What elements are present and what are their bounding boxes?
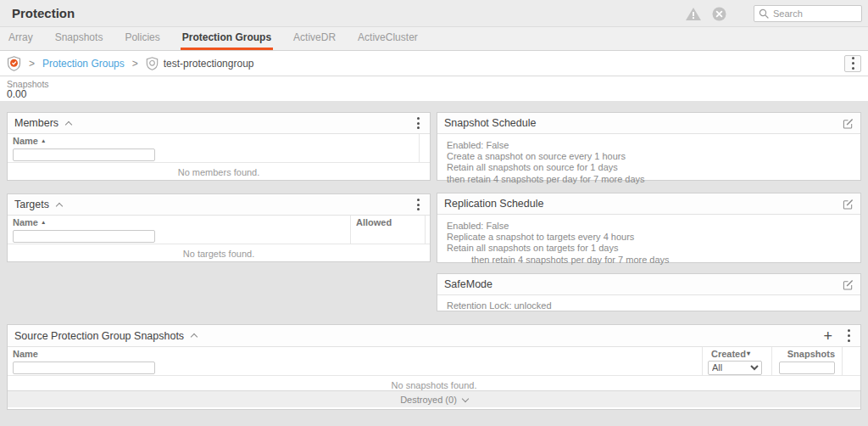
collapse-chevron-up-icon[interactable] (65, 121, 72, 127)
protection-shield-check-icon (7, 56, 21, 71)
replication-schedule-title: Replication Schedule (444, 198, 543, 210)
protection-group-icon (146, 57, 159, 70)
targets-name-column-header[interactable]: Name ▲ (8, 216, 351, 228)
top-bar-actions (685, 0, 862, 27)
destroyed-toggle[interactable]: Destroyed (0) (8, 390, 860, 407)
tab-array[interactable]: Array (7, 27, 35, 50)
replication-schedule-header: Replication Schedule (437, 193, 860, 215)
breadcrumb-separator: > (29, 58, 35, 70)
members-panel-header: Members (8, 113, 430, 134)
search-box (754, 5, 862, 22)
targets-filter-cell (8, 228, 351, 244)
schedule-line: Retain all snapshots on targets for 1 da… (447, 243, 852, 254)
members-filter-cell (8, 147, 420, 162)
expand-chevron-down-icon (462, 395, 469, 401)
snapshot-schedule-panel: Snapshot Schedule Enabled: False Create … (437, 112, 861, 181)
sort-asc-icon: ▲ (41, 137, 46, 143)
members-panel: Members Name ▲ No members found. (7, 112, 431, 181)
sort-asc-icon: ▲ (41, 219, 46, 225)
schedule-line: Retain all snapshots on source for 1 day… (447, 162, 852, 173)
breadcrumb-separator: > (132, 58, 138, 70)
retention-lock-status: Retention Lock: unlocked (447, 300, 852, 311)
edit-icon[interactable] (843, 199, 854, 210)
page-kebab-menu-button[interactable] (844, 55, 861, 72)
breadcrumb-current: test-protectiongroup (164, 58, 254, 70)
edit-icon[interactable] (843, 279, 854, 290)
breadcrumb-link-protection-groups[interactable]: Protection Groups (42, 58, 125, 70)
replication-schedule-panel: Replication Schedule Enabled: False Repl… (437, 193, 861, 263)
top-bar: Protection (0, 0, 868, 27)
breadcrumb: > Protection Groups > test-protectiongro… (0, 51, 868, 76)
tab-snapshots[interactable]: Snapshots (53, 27, 105, 50)
content-area: Members Name ▲ No members found. Targets… (0, 101, 868, 426)
members-kebab-menu-icon[interactable] (414, 115, 423, 132)
snapshots-created-column-header[interactable]: Created ▾ (703, 347, 772, 360)
edit-icon[interactable] (843, 118, 854, 129)
schedule-line: Replicate a snapshot to targets every 4 … (447, 232, 852, 243)
members-empty-message: No members found. (8, 162, 430, 177)
source-snapshots-header: Source Protection Group Snapshots + (8, 325, 860, 347)
members-name-filter-input[interactable] (13, 149, 155, 161)
snapshots-name-filter-input[interactable] (13, 362, 155, 374)
dismiss-close-icon[interactable] (712, 7, 726, 21)
schedule-line: then retain 4 snapshots per day for 7 mo… (447, 255, 852, 266)
search-input[interactable] (773, 8, 857, 19)
targets-empty-message: No targets found. (8, 244, 430, 259)
add-snapshot-plus-icon[interactable]: + (823, 329, 832, 343)
stats-bar: Snapshots 0.00 (0, 76, 868, 101)
members-name-column-header[interactable]: Name ▲ (8, 134, 420, 147)
snapshots-count-column-header: Snapshots (772, 347, 843, 360)
page-title: Protection (12, 0, 75, 26)
sort-desc-icon: ▾ (747, 350, 750, 357)
alerts-warning-icon[interactable] (685, 7, 702, 21)
search-icon (759, 8, 769, 19)
source-snapshots-title: Source Protection Group Snapshots (14, 330, 184, 342)
snapshot-schedule-header: Snapshot Schedule (437, 113, 860, 134)
tab-policies[interactable]: Policies (123, 27, 161, 50)
snapshots-stat-label: Snapshots (7, 79, 868, 89)
targets-allowed-column-header[interactable]: Allowed (351, 216, 426, 228)
schedule-line: then retain 4 snapshots per day for 7 mo… (447, 174, 852, 185)
targets-panel: Targets Name ▲ Allowed No targets found. (7, 193, 431, 262)
snapshots-count-filter-input[interactable] (779, 362, 835, 374)
tab-activedr[interactable]: ActiveDR (292, 27, 337, 50)
created-filter-select[interactable]: All (708, 361, 762, 375)
source-snapshots-kebab-menu-icon[interactable] (844, 327, 854, 345)
kebab-menu-icon (849, 54, 858, 72)
snapshots-empty-message: No snapshots found. (8, 375, 860, 390)
snapshots-stat-value: 0.00 (7, 89, 868, 100)
safemode-title: SafeMode (444, 278, 492, 290)
tab-activecluster[interactable]: ActiveCluster (356, 27, 420, 50)
targets-kebab-menu-icon[interactable] (414, 196, 423, 214)
snapshots-name-column-header: Name (8, 347, 703, 360)
safemode-header: SafeMode (437, 274, 860, 295)
targets-panel-title: Targets (14, 199, 49, 210)
targets-name-filter-input[interactable] (13, 230, 155, 243)
collapse-chevron-up-icon[interactable] (191, 334, 198, 340)
members-panel-title: Members (14, 117, 58, 129)
collapse-chevron-up-icon[interactable] (56, 202, 63, 209)
schedule-line: Create a snapshot on source every 1 hour… (447, 151, 852, 162)
schedule-line: Enabled: False (447, 140, 852, 151)
snapshot-schedule-title: Snapshot Schedule (444, 117, 536, 129)
tab-bar: Array Snapshots Policies Protection Grou… (0, 27, 868, 51)
schedule-line: Enabled: False (447, 221, 852, 232)
safemode-panel: SafeMode Retention Lock: unlocked (437, 273, 861, 311)
tab-protection-groups[interactable]: Protection Groups (181, 27, 273, 50)
targets-panel-header: Targets (8, 194, 430, 216)
source-snapshots-panel: Source Protection Group Snapshots + Name… (7, 324, 861, 410)
